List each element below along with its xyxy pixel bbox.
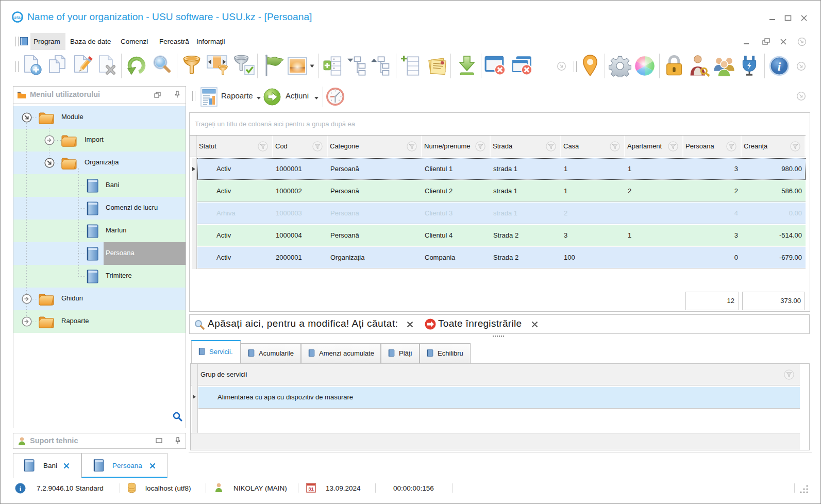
svg-text:i: i [778,60,781,73]
svg-text:i: i [20,485,22,493]
svg-text:31: 31 [308,486,314,492]
